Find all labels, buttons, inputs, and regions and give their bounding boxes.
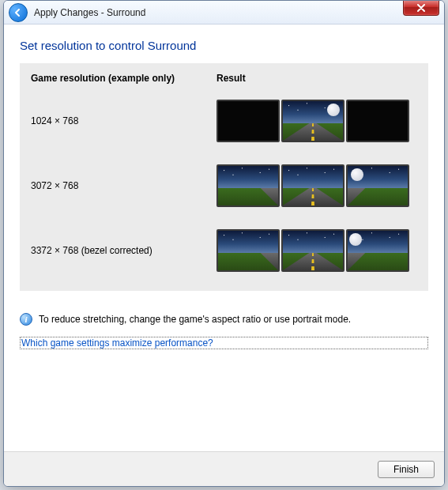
col-result: Result — [216, 73, 417, 84]
page-heading: Set resolution to control Surround — [20, 39, 428, 52]
monitor-right — [346, 164, 409, 207]
monitor-left — [216, 164, 280, 207]
info-row: i To reduce stretching, change the game'… — [20, 313, 428, 326]
monitor-group — [216, 100, 409, 142]
monitor-right-blank — [346, 100, 409, 142]
col-resolution: Game resolution (example only) — [31, 73, 216, 84]
monitor-right — [346, 229, 409, 272]
column-headers: Game resolution (example only) Result — [31, 73, 417, 84]
help-link[interactable]: Which game settings maximize performance… — [20, 337, 428, 349]
monitor-center — [281, 100, 344, 142]
info-text: To reduce stretching, change the game's … — [39, 314, 351, 325]
monitor-left — [216, 229, 280, 272]
resolution-row: 3372 × 768 (bezel corrected) — [31, 224, 417, 277]
resolution-row: 3072 × 768 — [31, 160, 417, 212]
close-button[interactable] — [403, 0, 439, 16]
info-icon: i — [20, 313, 32, 326]
finish-button[interactable]: Finish — [378, 461, 435, 478]
monitor-center — [281, 229, 344, 272]
resolution-panel: Game resolution (example only) Result 10… — [20, 63, 428, 291]
window-title: Apply Changes - Surround — [34, 7, 145, 18]
close-icon — [417, 4, 425, 12]
wizard-window: Apply Changes - Surround Set resolution … — [3, 0, 445, 487]
back-arrow-icon — [13, 8, 23, 17]
monitor-group — [216, 229, 409, 272]
resolution-row: 1024 × 768 — [31, 95, 417, 147]
resolution-label: 1024 × 768 — [31, 115, 216, 126]
resolution-label: 3072 × 768 — [31, 180, 216, 191]
titlebar: Apply Changes - Surround — [4, 1, 444, 24]
back-button[interactable] — [9, 3, 28, 22]
footer: Finish — [4, 451, 444, 486]
content-area: Set resolution to control Surround Game … — [4, 24, 444, 451]
monitor-left-blank — [216, 100, 280, 142]
monitor-center — [281, 164, 344, 207]
resolution-label: 3372 × 768 (bezel corrected) — [31, 245, 216, 256]
monitor-group — [216, 164, 409, 207]
